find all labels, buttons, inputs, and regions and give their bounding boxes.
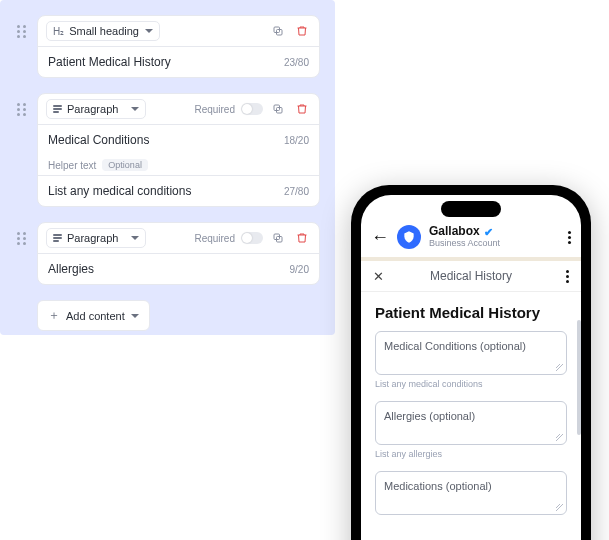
helper-text-row: Helper text Optional	[38, 155, 319, 176]
h2-icon: H₂	[53, 26, 64, 37]
required-label: Required	[194, 233, 235, 244]
add-content-button[interactable]: ＋ Add content	[37, 300, 150, 331]
required-toggle[interactable]	[241, 232, 263, 244]
block-type-label: Paragraph	[67, 103, 118, 115]
block-paragraph: Paragraph Required Allergies 9/20	[15, 222, 320, 285]
drag-handle-icon[interactable]	[17, 25, 27, 38]
optional-badge: Optional	[102, 159, 148, 171]
char-count: 23/80	[284, 57, 309, 68]
block-value-input[interactable]: Allergies 9/20	[38, 254, 319, 284]
verified-icon: ✔	[484, 226, 493, 238]
brand-name: Gallabox	[429, 225, 480, 238]
kebab-menu-icon[interactable]	[566, 270, 569, 283]
kebab-menu-icon[interactable]	[568, 231, 571, 244]
char-count: 9/20	[290, 264, 309, 275]
char-count: 18/20	[284, 135, 309, 146]
field-hint: List any medical conditions	[375, 379, 567, 389]
block-type-select[interactable]: Paragraph	[46, 228, 146, 248]
required-label: Required	[194, 104, 235, 115]
block-value-input[interactable]: Patient Medical History 23/80	[38, 47, 319, 77]
block-paragraph: Paragraph Required Medical Conditions 18…	[15, 93, 320, 207]
form-title: Patient Medical History	[375, 304, 567, 321]
paragraph-icon	[53, 105, 62, 113]
form-preview: Patient Medical History Medical Conditio…	[361, 292, 581, 515]
chevron-down-icon	[131, 107, 139, 111]
account-type: Business Account	[429, 239, 500, 249]
form-builder-panel: H₂Small heading Patient Medical History …	[0, 0, 335, 335]
block-type-label: Small heading	[69, 25, 139, 37]
drag-handle-icon[interactable]	[17, 232, 27, 245]
copy-button[interactable]	[269, 22, 287, 40]
helper-value-input[interactable]: List any medical conditions 27/80	[38, 176, 319, 206]
brand-avatar	[397, 225, 421, 249]
copy-button[interactable]	[269, 100, 287, 118]
block-type-label: Paragraph	[67, 232, 118, 244]
block-heading: H₂Small heading Patient Medical History …	[15, 15, 320, 78]
chat-header: ← Gallabox✔ Business Account	[361, 215, 581, 261]
copy-button[interactable]	[269, 229, 287, 247]
paragraph-icon	[53, 234, 62, 242]
block-value-input[interactable]: Medical Conditions 18/20	[38, 125, 319, 155]
sheet-title: Medical History	[373, 269, 569, 283]
chevron-down-icon	[131, 236, 139, 240]
required-toggle[interactable]	[241, 103, 263, 115]
sheet-header: ✕ Medical History	[361, 261, 581, 292]
block-type-select[interactable]: H₂Small heading	[46, 21, 160, 41]
phone-notch	[441, 201, 501, 217]
close-icon[interactable]: ✕	[373, 269, 384, 284]
back-icon[interactable]: ←	[371, 227, 389, 248]
delete-button[interactable]	[293, 100, 311, 118]
textarea-allergies[interactable]: Allergies (optional)	[375, 401, 567, 445]
chevron-down-icon	[145, 29, 153, 33]
chevron-down-icon	[131, 314, 139, 318]
field-hint: List any allergies	[375, 449, 567, 459]
delete-button[interactable]	[293, 229, 311, 247]
scrollbar[interactable]	[577, 320, 581, 435]
textarea-medications[interactable]: Medications (optional)	[375, 471, 567, 515]
delete-button[interactable]	[293, 22, 311, 40]
textarea-medical-conditions[interactable]: Medical Conditions (optional)	[375, 331, 567, 375]
plus-icon: ＋	[48, 307, 60, 324]
char-count: 27/80	[284, 186, 309, 197]
block-type-select[interactable]: Paragraph	[46, 99, 146, 119]
phone-mockup: ← Gallabox✔ Business Account ✕ Medical H…	[351, 185, 591, 540]
drag-handle-icon[interactable]	[17, 103, 27, 116]
